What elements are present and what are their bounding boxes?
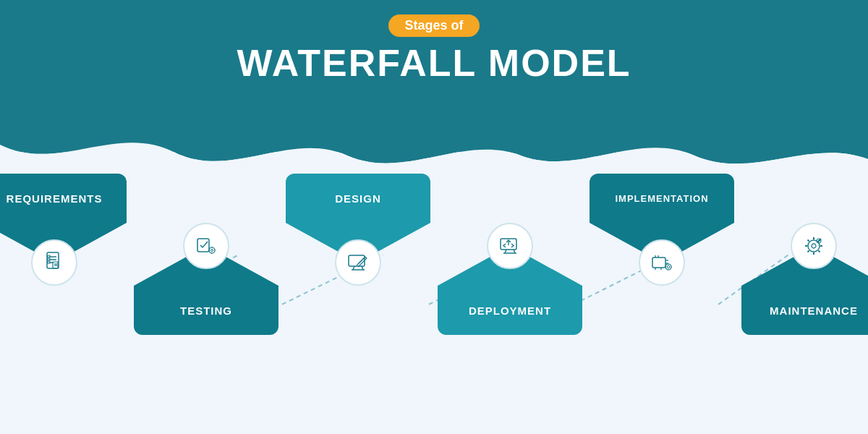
- implementation-icon-circle: [639, 239, 685, 286]
- deployment-icon-circle: [487, 223, 533, 269]
- svg-point-40: [667, 265, 670, 268]
- svg-point-16: [209, 247, 215, 253]
- stage-implementation: IMPLEMENTATION: [590, 174, 734, 263]
- deployment-icon: [498, 234, 522, 258]
- svg-rect-15: [197, 239, 209, 252]
- stage-testing-col: TESTING: [134, 246, 278, 335]
- maintenance-icon: [801, 234, 826, 258]
- testing-icon: [194, 234, 218, 258]
- design-icon-circle: [335, 239, 381, 286]
- stage-testing: TESTING: [134, 246, 278, 335]
- page: Stages of WATERFALL MODEL REQUIREMENTS: [0, 0, 868, 434]
- badge: Stages of: [388, 14, 479, 37]
- design-icon: [346, 250, 370, 275]
- implementation-label: IMPLEMENTATION: [590, 174, 734, 223]
- stage-deployment-col: DEPLOYMENT: [438, 246, 582, 335]
- deployment-label: DEPLOYMENT: [438, 286, 582, 335]
- maintenance-label: MAINTENANCE: [741, 286, 868, 335]
- requirements-icon-circle: [31, 239, 77, 286]
- connector-lines: [0, 152, 868, 434]
- stage-maintenance: MAINTENANCE: [741, 246, 868, 335]
- svg-line-54: [808, 251, 809, 252]
- stage-design: DESIGN: [286, 174, 430, 263]
- svg-rect-10: [48, 258, 50, 260]
- stages-area: REQUIREMENTS: [0, 152, 868, 434]
- testing-icon-circle: [183, 223, 229, 269]
- header: Stages of WATERFALL MODEL: [0, 0, 868, 84]
- svg-line-51: [808, 240, 809, 242]
- svg-rect-32: [652, 258, 665, 268]
- stage-deployment: DEPLOYMENT: [438, 246, 582, 335]
- svg-line-52: [819, 251, 820, 252]
- svg-rect-9: [48, 255, 50, 258]
- svg-point-39: [665, 264, 671, 270]
- stage-maintenance-col: MAINTENANCE: [741, 246, 868, 335]
- design-label: DESIGN: [286, 174, 430, 223]
- svg-rect-11: [48, 261, 50, 263]
- svg-point-46: [812, 244, 816, 248]
- stage-implementation-col: IMPLEMENTATION: [590, 174, 734, 263]
- testing-label: TESTING: [134, 286, 278, 335]
- stage-requirements: REQUIREMENTS: [0, 174, 127, 263]
- main-title: WATERFALL MODEL: [0, 43, 868, 84]
- svg-point-17: [211, 250, 213, 252]
- svg-rect-22: [349, 255, 365, 266]
- stage-design-col: DESIGN: [286, 174, 430, 263]
- stage-requirements-col: REQUIREMENTS: [0, 174, 127, 263]
- maintenance-icon-circle: [791, 223, 837, 269]
- implementation-icon: [650, 250, 674, 275]
- requirements-label: REQUIREMENTS: [0, 174, 127, 223]
- requirements-icon: [42, 250, 67, 275]
